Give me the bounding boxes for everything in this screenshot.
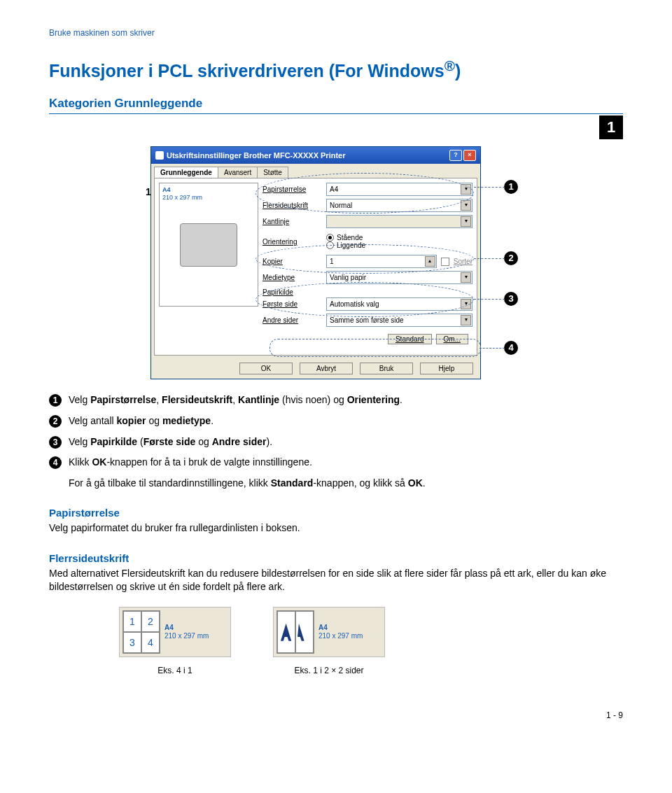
apply-button[interactable]: Bruk	[360, 363, 413, 374]
label-copies: Kopier	[262, 258, 322, 265]
standard-button[interactable]: Standard	[388, 334, 432, 344]
radio-landscape[interactable]	[326, 241, 334, 249]
caption-4in1: Eks. 4 i 1	[119, 666, 231, 675]
help-icon[interactable]: ?	[449, 150, 462, 161]
tab-advanced[interactable]: Avansert	[218, 167, 258, 178]
step-4-cont: For å gå tilbake til standardinnstilling…	[69, 477, 623, 491]
app-icon	[155, 151, 164, 160]
preview-marker: 1	[146, 186, 151, 197]
print-settings-dialog: Utskriftsinnstillinger Brother MFC-XXXXX…	[150, 146, 481, 379]
tab-support[interactable]: Støtte	[257, 167, 288, 178]
select-border: ▾	[326, 215, 472, 228]
preview-box: 1 A4 210 x 297 mm	[159, 183, 258, 307]
cancel-button[interactable]: Avbryt	[300, 363, 353, 374]
chevron-down-icon: ▾	[461, 299, 471, 309]
label-sort: Sorter	[454, 258, 472, 265]
page-title: Funksjoner i PCL skriverdriveren (For Wi…	[49, 57, 623, 81]
chevron-down-icon: ▾	[461, 184, 471, 195]
callout-3: 3	[504, 292, 518, 306]
chevron-down-icon: ▾	[461, 216, 471, 227]
letter-a-icon	[279, 616, 293, 648]
select-multipage[interactable]: Normal▾	[326, 199, 472, 212]
input-copies[interactable]: 1▴	[326, 255, 437, 268]
close-icon[interactable]: ×	[463, 150, 476, 161]
label-orientation: Orientering	[262, 238, 322, 246]
breadcrumb: Bruke maskinen som skriver	[49, 28, 623, 38]
chapter-number: 1	[599, 115, 623, 139]
chevron-down-icon: ▾	[461, 315, 471, 325]
dialog-figure: Utskriftsinnstillinger Brother MFC-XXXXX…	[150, 146, 522, 379]
callout-1: 1	[504, 180, 518, 194]
text-multipage: Med alternativet Flersideutskrift kan du…	[49, 567, 623, 594]
dialog-title: Utskriftsinnstillinger Brother MFC-XXXXX…	[167, 151, 345, 160]
radio-portrait[interactable]	[326, 234, 334, 241]
step-4: 4 Klikk OK-knappen for å ta i bruk de va…	[49, 456, 623, 470]
callout-4: 4	[504, 341, 518, 355]
tab-basic[interactable]: Grunnleggende	[154, 167, 218, 178]
example-1in2x2: A4 210 x 297 mm Eks. 1 i 2 × 2 sider	[273, 607, 385, 675]
step-3: 3 Velg Papirkilde (Første side og Andre …	[49, 435, 623, 449]
label-border: Kantlinje	[262, 218, 322, 225]
select-firstpage[interactable]: Automatisk valg▾	[326, 297, 472, 311]
help-button[interactable]: Hjelp	[420, 363, 473, 374]
group-papersource: Papirkilde	[262, 288, 472, 296]
example-4in1: 1 2 3 4 A4 210 x 297 mm Eks. 4 i 1	[119, 607, 231, 675]
section-subtitle: Kategorien Grunnleggende	[49, 97, 623, 114]
page-number: 1 - 9	[49, 710, 623, 720]
label-papersize: Papirstørrelse	[262, 185, 322, 193]
heading-papersize: Papirstørrelse	[49, 507, 623, 519]
printer-illustration	[180, 223, 237, 267]
step-1: 1 Velg Papirstørrelse, Flersideutskrift,…	[49, 393, 623, 407]
ok-button[interactable]: OK	[239, 363, 293, 374]
select-otherpages[interactable]: Samme som første side▾	[326, 314, 472, 327]
checkbox-sort[interactable]	[441, 258, 449, 266]
caption-1in2x2: Eks. 1 i 2 × 2 sider	[273, 666, 385, 675]
label-firstpage: Første side	[262, 300, 322, 308]
heading-multipage: Flerrsideutskrift	[49, 552, 623, 564]
callout-2: 2	[504, 251, 518, 265]
label-otherpages: Andre sider	[262, 316, 322, 324]
select-papersize[interactable]: A4▾	[326, 183, 472, 196]
tab-strip: Grunnleggende Avansert Støtte	[151, 164, 480, 178]
label-mediatype: Medietype	[262, 274, 322, 281]
chevron-down-icon: ▾	[461, 200, 471, 211]
text-papersize: Velg papirformatet du bruker fra rullega…	[49, 521, 623, 535]
about-button[interactable]: Om...	[436, 334, 468, 344]
spinner-icon: ▴	[425, 256, 435, 267]
select-mediatype[interactable]: Vanlig papir▾	[326, 271, 472, 284]
chevron-down-icon: ▾	[461, 272, 471, 283]
dialog-titlebar: Utskriftsinnstillinger Brother MFC-XXXXX…	[151, 147, 480, 164]
label-multipage: Flersideutskrift	[262, 202, 322, 209]
step-2: 2 Velg antall kopier og medietype.	[49, 414, 623, 428]
